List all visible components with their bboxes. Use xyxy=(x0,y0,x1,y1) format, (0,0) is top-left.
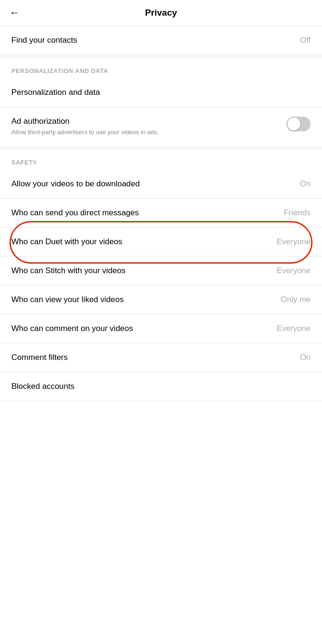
comment-videos-row[interactable]: Who can comment on your videos Everyone xyxy=(0,314,322,343)
allow-download-row[interactable]: Allow your videos to be downloaded On xyxy=(0,170,322,199)
find-contacts-value: Off xyxy=(300,36,311,45)
ad-authorization-label: Ad authorization xyxy=(11,117,159,126)
comment-videos-label: Who can comment on your videos xyxy=(11,324,133,333)
liked-videos-row[interactable]: Who can view your liked videos Only me xyxy=(0,285,322,314)
duet-row[interactable]: Who can Duet with your videos Everyone xyxy=(0,228,322,257)
duet-row-container: Who can Duet with your videos Everyone xyxy=(0,228,322,257)
stitch-value: Everyone xyxy=(277,266,311,276)
duet-label: Who can Duet with your videos xyxy=(11,237,122,247)
ad-authorization-text: Ad authorization Allow third-party adver… xyxy=(11,117,159,137)
comment-filters-label: Comment filters xyxy=(11,353,68,362)
page-title: Privacy xyxy=(145,8,177,18)
personalization-data-label: Personalization and data xyxy=(11,88,100,97)
header: ← Privacy xyxy=(0,0,322,26)
comment-videos-value: Everyone xyxy=(277,324,311,333)
ad-authorization-sub: Allow third-party advertisers to use you… xyxy=(11,128,159,137)
toggle-knob xyxy=(287,118,300,130)
allow-download-value: On xyxy=(300,179,311,189)
blocked-accounts-label: Blocked accounts xyxy=(11,382,74,391)
stitch-label: Who can Stitch with your videos xyxy=(11,266,125,276)
personalization-data-row[interactable]: Personalization and data xyxy=(0,78,322,107)
safety-section-header: SAFETY xyxy=(0,150,322,170)
allow-download-label: Allow your videos to be downloaded xyxy=(11,179,140,189)
section-spacer xyxy=(0,55,322,59)
find-contacts-row[interactable]: Find your contacts Off xyxy=(0,26,322,55)
back-button[interactable]: ← xyxy=(9,7,20,19)
duet-value: Everyone xyxy=(277,237,311,247)
blocked-accounts-row[interactable]: Blocked accounts xyxy=(0,372,322,401)
direct-messages-value: Friends xyxy=(284,208,311,218)
ad-authorization-toggle[interactable] xyxy=(286,117,311,131)
ad-authorization-row[interactable]: Ad authorization Allow third-party adver… xyxy=(0,107,322,147)
comment-filters-row[interactable]: Comment filters On xyxy=(0,343,322,372)
direct-messages-label: Who can send you direct messages xyxy=(11,208,139,218)
comment-filters-value: On xyxy=(300,353,311,362)
find-contacts-label: Find your contacts xyxy=(11,36,77,45)
stitch-row[interactable]: Who can Stitch with your videos Everyone xyxy=(0,257,322,285)
liked-videos-value: Only me xyxy=(281,295,311,304)
direct-messages-row[interactable]: Who can send you direct messages Friends xyxy=(0,199,322,228)
liked-videos-label: Who can view your liked videos xyxy=(11,295,124,304)
personalization-section-header: PERSONALIZATION AND DATA xyxy=(0,59,322,78)
section-spacer-2 xyxy=(0,147,322,150)
